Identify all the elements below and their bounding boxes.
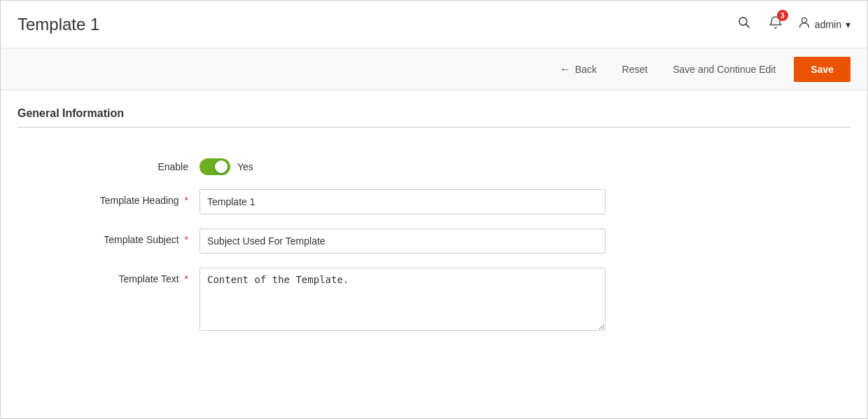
dropdown-arrow-icon: ▾ [846, 19, 850, 30]
section-divider [18, 127, 850, 128]
subject-control [200, 228, 606, 254]
form-section: Enable Yes Template Heading * [18, 144, 850, 359]
page-title: Template 1 [18, 15, 99, 34]
svg-line-1 [746, 25, 749, 28]
toggle-slider [200, 158, 230, 175]
heading-control [200, 189, 606, 214]
text-textarea[interactable] [200, 268, 606, 331]
notification-button[interactable]: 3 [766, 13, 785, 36]
search-icon [738, 16, 750, 32]
search-button[interactable] [735, 13, 753, 35]
subject-input[interactable] [200, 228, 606, 254]
page-wrapper: Template 1 3 [0, 0, 868, 419]
notification-badge: 3 [777, 10, 788, 21]
text-row: Template Text * [18, 268, 850, 334]
required-star: * [185, 195, 188, 206]
svg-point-2 [802, 18, 806, 23]
main-content: General Information Enable Yes [1, 90, 867, 418]
save-button[interactable]: Save [794, 57, 850, 82]
save-continue-button[interactable]: Save and Continue Edit [666, 60, 783, 79]
reset-label: Reset [622, 64, 648, 75]
back-label: Back [575, 64, 596, 75]
subject-row: Template Subject * [18, 228, 850, 254]
heading-label: Template Heading * [46, 189, 200, 206]
enable-value: Yes [237, 161, 253, 172]
toolbar: ← Back Reset Save and Continue Edit Save [1, 48, 867, 90]
required-star: * [185, 234, 188, 245]
enable-row: Enable Yes [18, 156, 850, 175]
subject-label: Template Subject * [46, 228, 200, 245]
user-icon [798, 16, 811, 32]
required-star: * [185, 273, 188, 284]
enable-label: Enable [46, 156, 200, 172]
enable-control: Yes [200, 156, 606, 175]
save-continue-label: Save and Continue Edit [673, 64, 776, 75]
page-header: Template 1 3 [1, 1, 867, 48]
heading-row: Template Heading * [18, 189, 850, 214]
text-label: Template Text * [46, 268, 200, 284]
user-menu-button[interactable]: admin ▾ [798, 16, 850, 32]
heading-input[interactable] [200, 189, 606, 214]
enable-toggle[interactable] [200, 158, 230, 175]
section-title: General Information [18, 107, 850, 120]
header-actions: 3 admin ▾ [735, 13, 850, 36]
back-arrow-icon: ← [559, 63, 570, 76]
user-label: admin [815, 19, 841, 30]
reset-button[interactable]: Reset [615, 60, 655, 79]
save-label: Save [811, 64, 834, 75]
text-control [200, 268, 606, 334]
toggle-wrap: Yes [200, 156, 606, 175]
back-button[interactable]: ← Back [552, 59, 603, 80]
